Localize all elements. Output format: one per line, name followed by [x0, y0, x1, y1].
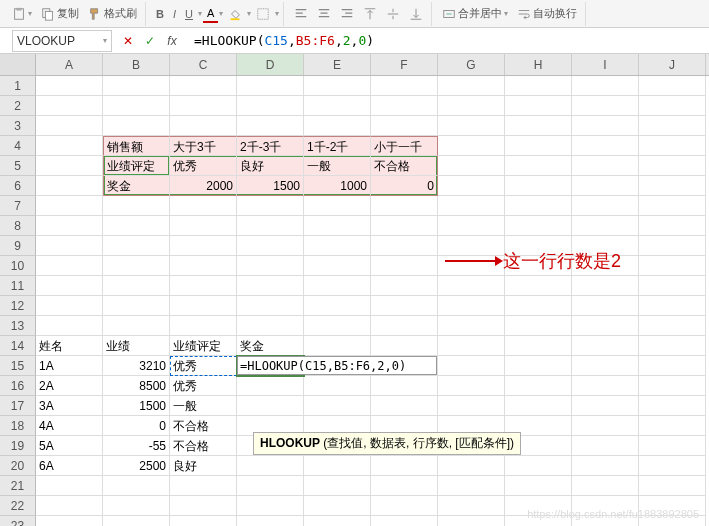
cell[interactable]: [505, 176, 572, 196]
cell[interactable]: [572, 316, 639, 336]
cell[interactable]: [237, 196, 304, 216]
cell[interactable]: [36, 236, 103, 256]
cell[interactable]: [304, 276, 371, 296]
cell[interactable]: 一般: [170, 396, 237, 416]
cell[interactable]: [103, 116, 170, 136]
row-header[interactable]: 21: [0, 476, 36, 496]
row-header[interactable]: 10: [0, 256, 36, 276]
cell[interactable]: [505, 276, 572, 296]
cell[interactable]: [103, 76, 170, 96]
cell[interactable]: [237, 396, 304, 416]
cell[interactable]: [639, 116, 706, 136]
row-header[interactable]: 23: [0, 516, 36, 526]
cell[interactable]: -55: [103, 436, 170, 456]
row-header[interactable]: 2: [0, 96, 36, 116]
cell[interactable]: [237, 76, 304, 96]
cell[interactable]: [505, 476, 572, 496]
cell[interactable]: [639, 76, 706, 96]
cell[interactable]: [438, 216, 505, 236]
cell[interactable]: [237, 276, 304, 296]
cell[interactable]: [639, 196, 706, 216]
font-color-button[interactable]: A: [203, 5, 218, 23]
cell[interactable]: [304, 116, 371, 136]
cell[interactable]: [103, 256, 170, 276]
cell[interactable]: [103, 276, 170, 296]
cell[interactable]: [103, 236, 170, 256]
cell[interactable]: 大于3千: [170, 136, 237, 156]
cell[interactable]: [371, 236, 438, 256]
cell[interactable]: [237, 96, 304, 116]
fill-color-button[interactable]: [224, 5, 246, 23]
name-box[interactable]: VLOOKUP ▾: [12, 30, 112, 52]
cell[interactable]: [237, 476, 304, 496]
cell[interactable]: [170, 316, 237, 336]
cell[interactable]: [639, 456, 706, 476]
cell[interactable]: [639, 236, 706, 256]
cell[interactable]: [237, 216, 304, 236]
cell[interactable]: [103, 496, 170, 516]
cell[interactable]: [371, 476, 438, 496]
cell[interactable]: [371, 516, 438, 526]
cell[interactable]: [304, 316, 371, 336]
cell[interactable]: [438, 356, 505, 376]
cell[interactable]: [572, 276, 639, 296]
row-header[interactable]: 6: [0, 176, 36, 196]
select-all-corner[interactable]: [0, 54, 36, 75]
cell[interactable]: 6A: [36, 456, 103, 476]
cell[interactable]: [103, 316, 170, 336]
cell[interactable]: [639, 316, 706, 336]
cell[interactable]: [237, 496, 304, 516]
row-header[interactable]: 14: [0, 336, 36, 356]
cell[interactable]: [639, 96, 706, 116]
valign-middle-button[interactable]: [382, 5, 404, 23]
cell[interactable]: [505, 196, 572, 216]
merge-button[interactable]: 合并居中 ▾: [438, 4, 512, 23]
format-painter-button[interactable]: 格式刷: [84, 4, 141, 23]
cell[interactable]: 销售额: [103, 136, 170, 156]
cell[interactable]: [304, 296, 371, 316]
cell[interactable]: 2000: [170, 176, 237, 196]
cell[interactable]: [438, 456, 505, 476]
underline-caret[interactable]: ▾: [198, 9, 202, 18]
align-center-button[interactable]: [313, 5, 335, 23]
cell[interactable]: [505, 76, 572, 96]
cell[interactable]: 1500: [237, 176, 304, 196]
align-right-button[interactable]: [336, 5, 358, 23]
cell[interactable]: [371, 376, 438, 396]
row-header[interactable]: 19: [0, 436, 36, 456]
cell[interactable]: [36, 276, 103, 296]
cell[interactable]: [304, 236, 371, 256]
cell[interactable]: [572, 436, 639, 456]
row-header[interactable]: 17: [0, 396, 36, 416]
cell[interactable]: 4A: [36, 416, 103, 436]
cell[interactable]: 5A: [36, 436, 103, 456]
inline-formula-editor[interactable]: =HLOOKUP(C15,B5:F6,2,0): [237, 356, 437, 375]
cell[interactable]: [505, 376, 572, 396]
cell[interactable]: [438, 156, 505, 176]
cell[interactable]: [237, 116, 304, 136]
italic-button[interactable]: I: [169, 6, 180, 22]
cell[interactable]: 1千-2千: [304, 136, 371, 156]
row-header[interactable]: 16: [0, 376, 36, 396]
cell[interactable]: [572, 296, 639, 316]
cell[interactable]: [505, 456, 572, 476]
cell[interactable]: 0: [371, 176, 438, 196]
cell[interactable]: [639, 336, 706, 356]
cell[interactable]: 业绩评定: [103, 156, 170, 176]
col-header-j[interactable]: J: [639, 54, 706, 75]
cell[interactable]: [572, 456, 639, 476]
cell[interactable]: [237, 456, 304, 476]
cell[interactable]: [371, 316, 438, 336]
cell[interactable]: [505, 216, 572, 236]
cell[interactable]: [371, 296, 438, 316]
row-header[interactable]: 20: [0, 456, 36, 476]
cell[interactable]: [505, 396, 572, 416]
cell[interactable]: 奖金: [103, 176, 170, 196]
cell[interactable]: [304, 336, 371, 356]
cell[interactable]: [36, 96, 103, 116]
cell[interactable]: [438, 116, 505, 136]
cell[interactable]: 0: [103, 416, 170, 436]
cell[interactable]: [304, 76, 371, 96]
cell[interactable]: [438, 316, 505, 336]
cell[interactable]: [371, 196, 438, 216]
